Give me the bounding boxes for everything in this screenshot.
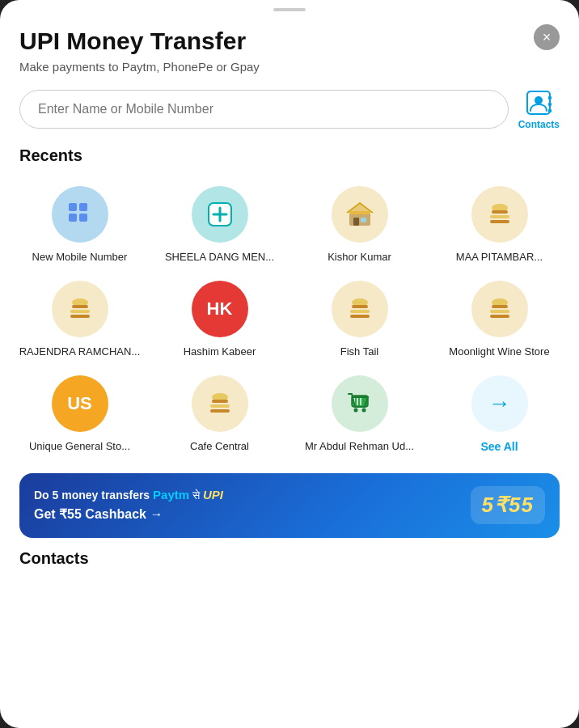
svg-rect-9 xyxy=(79,214,87,222)
recent-item-name: Unique General Sto... xyxy=(29,440,130,454)
list-item[interactable]: New Mobile Number xyxy=(10,178,150,273)
see-all-label: See All xyxy=(480,440,518,453)
recent-item-name: Kishor Kumar xyxy=(328,251,391,265)
svg-rect-32 xyxy=(490,315,509,318)
list-item[interactable]: RAJENDRA RAMCHAN... xyxy=(10,273,150,367)
recent-item-name: Hashim Kabeer xyxy=(184,345,256,359)
svg-rect-31 xyxy=(490,310,509,313)
svg-rect-36 xyxy=(210,409,230,413)
close-button[interactable]: × xyxy=(534,24,560,50)
list-item[interactable]: SHEELA DANG MEN... xyxy=(150,178,290,273)
avatar xyxy=(332,281,388,337)
svg-rect-30 xyxy=(492,305,508,308)
svg-rect-27 xyxy=(350,310,370,313)
avatar xyxy=(471,186,528,243)
svg-rect-14 xyxy=(353,218,359,226)
avatar: US xyxy=(52,375,108,432)
avatar xyxy=(332,186,388,243)
avatar xyxy=(332,375,388,432)
avatar xyxy=(192,375,248,432)
svg-rect-19 xyxy=(490,215,509,218)
avatar xyxy=(192,186,248,243)
see-all-button[interactable]: → See All xyxy=(429,367,569,462)
page-subtitle: Make payments to Paytm, PhonePe or Gpay xyxy=(19,60,560,74)
promo-text: Do 5 money transfers Paytm से UPI Get ₹5… xyxy=(34,486,223,524)
search-input[interactable] xyxy=(19,90,509,129)
svg-rect-23 xyxy=(70,310,90,313)
modal-container: × UPI Money Transfer Make payments to Pa… xyxy=(0,0,579,728)
svg-rect-22 xyxy=(72,305,88,308)
upi-logo: UPI xyxy=(203,488,223,502)
recent-item-name: MAA PITAMBAR... xyxy=(456,251,543,265)
svg-rect-15 xyxy=(361,218,366,222)
list-item[interactable]: Cafe Central xyxy=(150,367,290,462)
paytm-logo: Paytm xyxy=(153,488,189,502)
svg-rect-4 xyxy=(548,109,552,112)
svg-rect-20 xyxy=(490,220,509,223)
search-row: Contacts xyxy=(0,88,579,130)
promo-cashback: Get ₹55 Cashback → xyxy=(34,505,223,524)
contacts-label: Contacts xyxy=(518,119,560,130)
recents-section-title: Recents xyxy=(0,146,579,165)
svg-rect-7 xyxy=(79,203,87,211)
svg-point-39 xyxy=(361,408,366,412)
svg-point-5 xyxy=(535,96,543,104)
svg-rect-18 xyxy=(492,210,508,214)
promo-badge: 5₹55 xyxy=(471,486,545,524)
list-item[interactable]: Kishor Kumar xyxy=(290,178,429,273)
svg-rect-34 xyxy=(212,400,228,403)
list-item[interactable]: MAA PITAMBAR... xyxy=(429,178,569,273)
svg-rect-13 xyxy=(349,213,370,226)
svg-rect-16 xyxy=(349,211,370,214)
svg-rect-6 xyxy=(69,203,77,211)
close-icon: × xyxy=(543,30,552,44)
list-item[interactable]: Fish Tail xyxy=(290,273,429,367)
svg-rect-2 xyxy=(548,96,552,99)
recent-item-name: New Mobile Number xyxy=(32,251,128,265)
svg-rect-28 xyxy=(350,315,370,318)
svg-rect-24 xyxy=(70,315,90,318)
page-title: UPI Money Transfer xyxy=(19,28,560,55)
recent-item-name: Mr Abdul Rehman Ud... xyxy=(305,440,414,454)
svg-rect-3 xyxy=(548,103,552,106)
contacts-button[interactable]: Contacts xyxy=(518,88,560,130)
recent-item-name: RAJENDRA RAMCHAN... xyxy=(19,345,141,359)
recents-grid: New Mobile Number SHEELA DANG MEN... xyxy=(0,178,579,462)
contacts-section-title: Contacts xyxy=(0,549,579,568)
svg-rect-26 xyxy=(352,305,368,308)
list-item[interactable]: HK Hashim Kabeer xyxy=(150,273,290,367)
promo-line1: Do 5 money transfers xyxy=(34,489,153,502)
avatar xyxy=(52,186,108,243)
contacts-icon xyxy=(524,88,553,117)
recent-item-name: Moonlight Wine Store xyxy=(449,345,549,359)
promo-banner[interactable]: Do 5 money transfers Paytm से UPI Get ₹5… xyxy=(19,473,560,538)
promo-se: से xyxy=(192,489,203,502)
avatar: HK xyxy=(192,281,248,337)
list-item[interactable]: Mr Abdul Rehman Ud... xyxy=(290,367,429,462)
avatar xyxy=(52,281,108,337)
svg-rect-35 xyxy=(210,404,230,408)
list-item[interactable]: Moonlight Wine Store xyxy=(429,273,569,367)
list-item[interactable]: US Unique General Sto... xyxy=(10,367,150,462)
header: UPI Money Transfer Make payments to Payt… xyxy=(0,11,579,74)
see-all-circle: → xyxy=(471,375,528,432)
recent-item-name: SHEELA DANG MEN... xyxy=(165,251,274,265)
recent-item-name: Cafe Central xyxy=(190,440,249,454)
svg-rect-8 xyxy=(69,214,77,222)
recent-item-name: Fish Tail xyxy=(340,345,378,359)
svg-point-38 xyxy=(353,408,357,412)
avatar xyxy=(471,281,528,337)
